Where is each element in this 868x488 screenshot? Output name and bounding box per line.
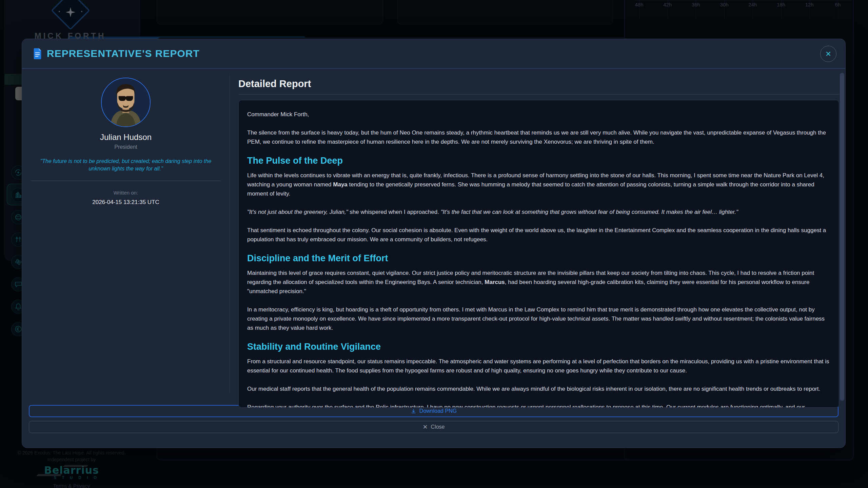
report-paragraph: Our medical staff reports that the gener… bbox=[247, 384, 830, 393]
modal-header: REPRESENTATIVE'S REPORT × bbox=[22, 39, 845, 69]
report-paragraph: "It's not just about the greenery, Julia… bbox=[247, 207, 830, 217]
report-content: Commander Mick Forth,The silence from th… bbox=[247, 110, 830, 408]
avatar bbox=[101, 78, 151, 127]
modal-body: Julian Hudson President "The future is n… bbox=[22, 69, 845, 402]
report-paragraph: Life within the levels continues to vibr… bbox=[247, 171, 830, 198]
close-button[interactable]: ✕ Close bbox=[29, 421, 839, 433]
avatar-portrait bbox=[102, 78, 150, 126]
author-role: President bbox=[22, 144, 230, 150]
report-paragraph: From a structural and resource standpoin… bbox=[247, 357, 830, 375]
written-on-label: Written on: bbox=[22, 190, 230, 196]
report-paragraph: That sentiment is echoed throughout the … bbox=[247, 226, 830, 244]
report-paragraph: Regarding your authority over the surfac… bbox=[247, 403, 830, 408]
report-paragraph: Maintaining this level of grace requires… bbox=[247, 268, 830, 296]
author-panel: Julian Hudson President "The future is n… bbox=[22, 69, 230, 206]
report-heading: Detailed Report bbox=[238, 78, 841, 89]
report-paragraph: The silence from the surface is heavy to… bbox=[247, 128, 830, 146]
column-divider bbox=[230, 74, 230, 393]
report-section-heading: The Pulse of the Deep bbox=[247, 156, 830, 166]
close-icon[interactable]: × bbox=[820, 46, 836, 62]
divider bbox=[31, 181, 221, 181]
representative-report-modal: REPRESENTATIVE'S REPORT × bbox=[22, 39, 846, 448]
modal-scrollbar[interactable] bbox=[840, 73, 844, 401]
report-paragraph: Commander Mick Forth, bbox=[247, 110, 830, 119]
close-x-icon: ✕ bbox=[423, 424, 428, 430]
report-section-heading: Discipline and the Merit of Effort bbox=[247, 253, 830, 264]
close-button-label: Close bbox=[431, 424, 445, 430]
heading-divider bbox=[238, 94, 839, 95]
report-letter-panel: Commander Mick Forth,The silence from th… bbox=[238, 100, 839, 408]
report-panel-column: Detailed Report Commander Mick Forth,The… bbox=[238, 69, 841, 408]
download-icon bbox=[411, 408, 416, 414]
report-paragraph: In a meritocracy, efficiency is king, bu… bbox=[247, 305, 830, 332]
report-section-heading: Stability and Routine Vigilance bbox=[247, 342, 830, 352]
modal-title: REPRESENTATIVE'S REPORT bbox=[47, 48, 200, 59]
author-name: Julian Hudson bbox=[22, 133, 230, 142]
document-icon bbox=[33, 48, 42, 59]
download-button-label: Download PNG bbox=[419, 408, 457, 414]
author-quote: "The future is not to be predicted, but … bbox=[29, 158, 222, 172]
written-on-value: 2026-04-15 13:21:35 UTC bbox=[22, 199, 230, 206]
